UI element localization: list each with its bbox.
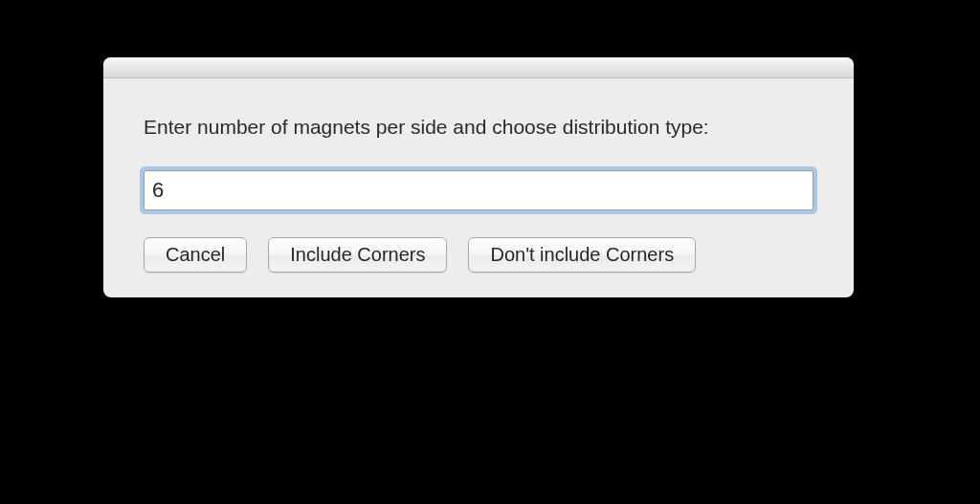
dont-include-corners-button[interactable]: Don't include Corners	[468, 237, 696, 273]
magnets-per-side-input[interactable]	[144, 170, 813, 210]
dialog-prompt: Enter number of magnets per side and cho…	[144, 113, 813, 142]
dialog-button-row: Cancel Include Corners Don't include Cor…	[144, 237, 813, 273]
cancel-button[interactable]: Cancel	[144, 237, 247, 273]
dialog-content: Enter number of magnets per side and cho…	[103, 78, 854, 297]
magnets-dialog: Enter number of magnets per side and cho…	[103, 57, 854, 297]
include-corners-button[interactable]: Include Corners	[268, 237, 447, 273]
dialog-titlebar	[103, 57, 854, 78]
